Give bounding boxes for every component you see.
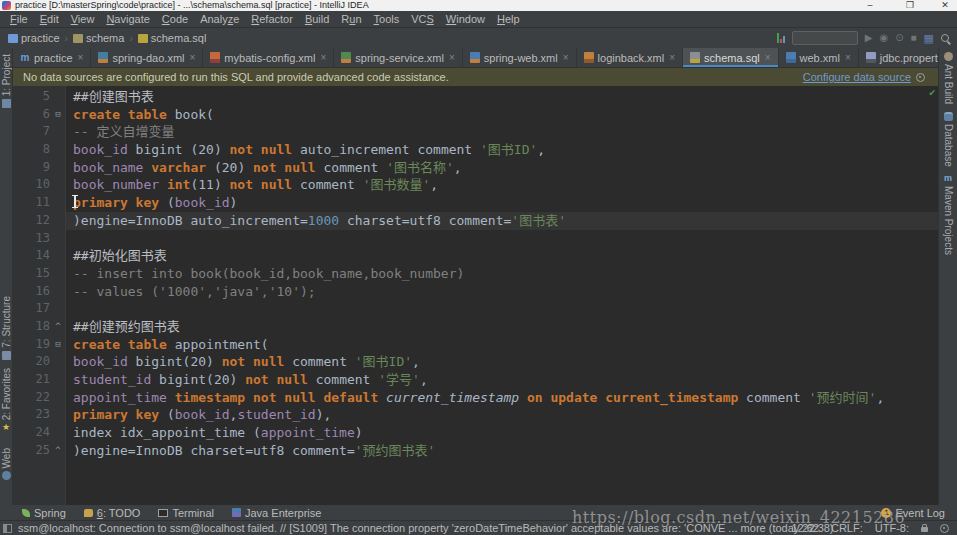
breadcrumb-item-schema-sql[interactable]: schema.sql	[136, 32, 209, 44]
maximize-button[interactable]: ❐	[903, 0, 917, 11]
tab-spring-dao-xml[interactable]: spring-dao.xml×	[91, 48, 203, 67]
toolwindow-button-2-favorites[interactable]: 2: Favorites★	[0, 368, 12, 432]
menu-vcs[interactable]: VCS	[405, 13, 440, 25]
close-icon[interactable]: ×	[320, 52, 326, 63]
toolwindow-button-6-todo[interactable]: 6: TODO	[84, 507, 141, 519]
tab-loginback-xml[interactable]: loginback.xml×	[577, 48, 683, 67]
terminal-icon	[158, 509, 168, 517]
code-line[interactable]: 23primary key (book_id,student_id),	[13, 406, 938, 424]
code-line[interactable]: 18^##创建预约图书表	[13, 318, 938, 336]
coverage-icon[interactable]: ◉	[879, 28, 888, 48]
menu-build[interactable]: Build	[299, 13, 335, 25]
close-icon[interactable]: ×	[563, 52, 569, 63]
menu-code[interactable]: Code	[156, 13, 194, 25]
fold-marker-icon[interactable]: ^	[50, 318, 66, 336]
token: ##创建图书表	[73, 89, 154, 104]
menu-run[interactable]: Run	[335, 13, 367, 25]
code-line[interactable]: 15-- insert into book(book_id,book_name,…	[13, 265, 938, 283]
menu-analyze[interactable]: Analyze	[194, 13, 245, 25]
gear-icon[interactable]	[940, 524, 949, 533]
breadcrumb-item-schema[interactable]: schema	[71, 32, 127, 44]
close-icon[interactable]: ×	[845, 52, 851, 63]
changes-icon[interactable]	[777, 33, 785, 43]
token: book_number	[73, 177, 159, 192]
code-line[interactable]: 6⊟create table book(	[13, 106, 938, 124]
code-line[interactable]: 16-- values ('1000','java','10');	[13, 283, 938, 301]
tab-label: web.xml	[800, 52, 840, 64]
code-line[interactable]: 10book_number int(11) not null comment '…	[13, 176, 938, 194]
code-text: ##初始化图书表	[66, 247, 938, 265]
tab-web-xml[interactable]: web.xml×	[779, 48, 859, 67]
search-everywhere-icon[interactable]	[941, 34, 949, 42]
close-icon[interactable]: ×	[190, 52, 196, 63]
code-line[interactable]: 5##创建图书表	[13, 88, 938, 106]
tab-practice[interactable]: mpractice×	[13, 48, 91, 67]
caret-position-widget[interactable]: 12:62	[791, 521, 819, 535]
toolwindow-button-maven-projects[interactable]: mMaven Projects	[939, 174, 957, 255]
toolwindow-button-database[interactable]: Database	[939, 112, 957, 167]
code-line[interactable]: 22appoint_time timestamp not null defaul…	[13, 389, 938, 407]
token: ##初始化图书表	[73, 248, 167, 263]
toolwindow-button-java-enterprise[interactable]: Java Enterprise	[232, 507, 321, 519]
run-icon[interactable]: ▶	[865, 28, 873, 48]
close-icon[interactable]: ×	[449, 52, 455, 63]
code-line[interactable]: 7-- 定义自增变量	[13, 123, 938, 141]
toolwindow-button-terminal[interactable]: Terminal	[158, 507, 214, 519]
stop-icon[interactable]: ■	[911, 28, 917, 48]
code-line[interactable]: 8book_id bigint (20) not null auto_incre…	[13, 141, 938, 159]
code-line[interactable]: 11primary key (book_id)	[13, 194, 938, 212]
menu-file[interactable]: File	[4, 13, 34, 25]
toolwindow-button-7-structure[interactable]: 7: Structure	[0, 296, 12, 360]
fold-marker-icon[interactable]: ⊟	[50, 336, 66, 354]
event-log-button[interactable]: 1 Event Log	[881, 507, 945, 519]
code-editor[interactable]: 5##创建图书表6⊟create table book(7-- 定义自增变量8b…	[13, 86, 938, 505]
inspections-ok-icon[interactable]: ✔	[928, 88, 936, 98]
menu-edit[interactable]: Edit	[34, 13, 65, 25]
encoding-widget[interactable]: UTF-8:	[875, 521, 909, 535]
fold-marker-icon[interactable]: ⊟	[50, 106, 66, 124]
menu-tools[interactable]: Tools	[368, 13, 406, 25]
breadcrumb-item-practice[interactable]: practice	[6, 32, 62, 44]
code-line[interactable]: 19⊟create table appointment(	[13, 336, 938, 354]
fold-gutter	[50, 247, 66, 265]
rerun-icon[interactable]: ⊙	[895, 28, 903, 48]
line-ending-widget[interactable]: CRLF:	[831, 521, 863, 535]
fold-marker-icon[interactable]: ^	[50, 442, 66, 460]
toolwindow-button-ant-build[interactable]: Ant Build	[939, 52, 957, 104]
menu-navigate[interactable]: Navigate	[100, 13, 155, 25]
code-line[interactable]: 25^)engine=InnoDB charset=utf8 comment='…	[13, 442, 938, 460]
close-icon[interactable]: ×	[765, 52, 771, 63]
menu-view[interactable]: View	[65, 13, 101, 25]
tab-spring-service-xml[interactable]: spring-service.xml×	[334, 48, 462, 67]
code-line[interactable]: 17	[13, 300, 938, 318]
menu-help[interactable]: Help	[491, 13, 526, 25]
code-line[interactable]: 9book_name varchar (20) not null comment…	[13, 159, 938, 177]
code-line[interactable]: 13	[13, 230, 938, 248]
code-line[interactable]: 14##初始化图书表	[13, 247, 938, 265]
close-icon[interactable]: ×	[78, 52, 84, 63]
code-line[interactable]: 21student_id bigint(20) not null comment…	[13, 371, 938, 389]
code-line[interactable]: 20book_id bigint(20) not null comment '图…	[13, 353, 938, 371]
close-button[interactable]: ✕	[938, 0, 952, 11]
file-type-icon	[98, 52, 108, 63]
tab-mybatis-config-xml[interactable]: mybatis-config.xml×	[203, 48, 334, 67]
toolwindow-button-1-project[interactable]: 1: Project	[0, 54, 12, 108]
lock-icon[interactable]	[921, 527, 928, 532]
find-in-path-icon[interactable]: ▦	[924, 32, 934, 45]
code-line[interactable]: 12)engine=InnoDB auto_increment=1000 cha…	[13, 212, 938, 230]
token: ##创建预约图书表	[73, 319, 180, 334]
gear-icon[interactable]	[916, 73, 925, 82]
run-configurations-dropdown[interactable]	[792, 31, 858, 45]
menu-refactor[interactable]: Refactor	[245, 13, 299, 25]
code-line[interactable]: 24index idx_appoint_time (appoint_time)	[13, 424, 938, 442]
minimize-button[interactable]: –	[863, 0, 877, 11]
close-icon[interactable]: ×	[669, 52, 675, 63]
tab-schema-sql[interactable]: schema.sql×	[683, 48, 778, 67]
toolwindow-button-web[interactable]: Web	[0, 448, 12, 480]
configure-data-source-link[interactable]: Configure data source	[803, 68, 911, 86]
menu-window[interactable]: Window	[440, 13, 491, 25]
right-toolwindow-stripe: Ant BuildDatabasemMaven Projects	[938, 48, 957, 505]
tab-spring-web-xml[interactable]: spring-web.xml×	[463, 48, 577, 67]
toolwindow-toggle-icon[interactable]	[3, 524, 12, 533]
toolwindow-button-spring[interactable]: Spring	[22, 507, 66, 519]
